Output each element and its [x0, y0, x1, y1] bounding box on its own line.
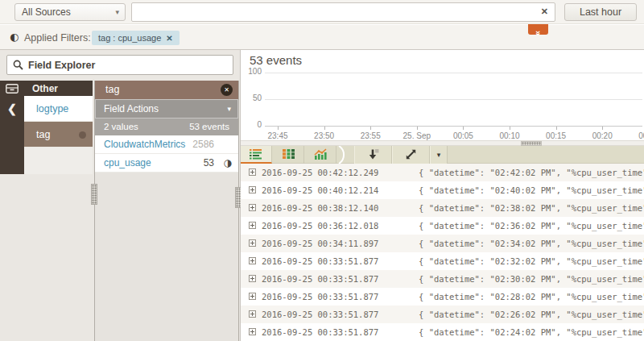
source-selector-dropdown[interactable]: All Sources ▾ [14, 3, 126, 21]
event-timestamp: 2016-09-25 00:33:51.877 [262, 274, 378, 284]
x-tick-mark [463, 127, 464, 130]
table-row[interactable]: 2016-09-25 00:33:51.877{ "datetime": "02… [241, 270, 644, 288]
app-window: All Sources ▾ ✕ Last hour » ◐ Applied Fi… [0, 0, 644, 341]
expand-row-icon[interactable] [249, 222, 256, 229]
event-timestamp: 2016-09-25 00:33:51.877 [262, 310, 378, 319]
expand-row-icon[interactable] [249, 275, 256, 282]
sidebar-item-label: tag [36, 129, 50, 140]
filter-chip[interactable]: tag : cpu_usage✕ [92, 31, 180, 45]
x-tick-mark [556, 127, 557, 130]
event-timestamp: 2016-09-25 00:36:12.018 [262, 221, 378, 231]
event-timestamp: 2016-09-25 00:38:12.140 [262, 203, 378, 213]
x-tick-label: 25. Sep [403, 131, 431, 140]
x-tick-mark [602, 127, 603, 130]
field-values-panel: tag ✕ Field Actions ▾ 2 values 53 events… [94, 81, 239, 341]
table-row[interactable]: 2016-09-25 00:40:12.214{ "datetime": "02… [241, 181, 644, 199]
more-options-button[interactable]: ▾ [430, 146, 448, 164]
chevron-down-icon: ▾ [227, 99, 231, 119]
chart-list-divider [241, 140, 644, 146]
sidebar-rail: ❮ [0, 96, 24, 174]
expand-row-icon[interactable] [249, 168, 256, 176]
x-tick-label: 00:20 [592, 131, 613, 140]
field-explorer-search [6, 55, 233, 75]
clear-search-icon[interactable]: ✕ [541, 6, 548, 17]
event-message: { "datetime": "02:42:02 PM", "%cpu_user_… [419, 168, 644, 177]
filters-toggle-icon[interactable]: ◐ [10, 31, 19, 43]
list-view-icon [250, 148, 262, 160]
table-row[interactable]: 2016-09-25 00:33:51.877{ "datetime": "02… [241, 323, 644, 341]
event-message: { "datetime": "02:34:02 PM", "%cpu_user_… [419, 239, 644, 248]
x-tick-label: 00:05 [453, 131, 473, 140]
expand-row-icon[interactable] [249, 186, 256, 193]
event-message: { "datetime": "02:40:02 PM", "%cpu_user_… [419, 185, 644, 195]
x-tick-label: 00:10 [499, 131, 519, 140]
expand-row-icon[interactable] [249, 310, 256, 318]
events-title: 53 events [250, 53, 302, 67]
value-list: CloudwatchMetrics2586cpu_usage53◑ [95, 135, 238, 173]
event-message: { "datetime": "02:32:02 PM", "%cpu_user_… [419, 256, 644, 266]
chevron-down-icon: ▾ [115, 4, 119, 20]
values-count: 2 values [104, 122, 138, 131]
remove-filter-icon[interactable]: ✕ [166, 34, 172, 43]
expand-row-icon[interactable] [249, 257, 256, 264]
field-group-label: Other [32, 83, 58, 94]
event-message: { "datetime": "02:24:02 PM", "%cpu_user_… [419, 327, 644, 337]
value-name-link[interactable]: cpu_usage [104, 157, 151, 168]
y-tick-label: 100 [241, 67, 262, 76]
tab-list-view[interactable] [241, 146, 272, 164]
field-panel-header: tag ✕ [95, 81, 238, 99]
gridline-100 [265, 73, 642, 73]
grid-view-icon [283, 148, 295, 160]
panel-resize-handle-left[interactable] [91, 184, 97, 205]
field-panel-title: tag [105, 84, 119, 95]
expand-row-icon[interactable] [249, 204, 256, 211]
tab-chart-view[interactable] [305, 146, 336, 164]
x-tick-mark [278, 127, 279, 130]
field-list: logtypetag [24, 96, 93, 148]
tab-grid-view[interactable] [273, 146, 304, 164]
download-icon [367, 148, 380, 160]
y-tick-label: 0 [241, 120, 262, 129]
table-row[interactable]: 2016-09-25 00:33:51.877{ "datetime": "02… [241, 252, 644, 270]
x-tick-mark [324, 127, 325, 130]
sidebar-item-logtype[interactable]: logtype [24, 96, 93, 122]
search-icon [13, 60, 23, 70]
expand-search-button[interactable]: » [528, 24, 548, 35]
download-button[interactable] [354, 146, 392, 164]
watch-toggle-icon[interactable]: ◑ [224, 154, 232, 173]
expand-row-icon[interactable] [249, 293, 256, 300]
event-message: { "datetime": "02:30:02 PM", "%cpu_user_… [419, 274, 644, 284]
table-row[interactable]: 2016-09-25 00:33:51.877{ "datetime": "02… [241, 288, 644, 306]
table-row[interactable]: 2016-09-25 00:34:11.897{ "datetime": "02… [241, 235, 644, 252]
time-range-button[interactable]: Last hour [564, 3, 637, 21]
collapse-sidebar-icon[interactable]: ❮ [7, 102, 17, 115]
gridline-50 [265, 99, 642, 100]
table-row[interactable]: 2016-09-25 00:36:12.018{ "datetime": "02… [241, 217, 644, 235]
applied-filters-label: Applied Filters: [24, 32, 91, 44]
event-timestamp: 2016-09-25 00:34:11.897 [262, 239, 378, 248]
chevron-down-icon: ▾ [437, 151, 441, 159]
expand-row-icon[interactable] [249, 328, 256, 335]
field-group-header[interactable]: Other [0, 81, 93, 96]
events-count: 53 events [189, 119, 229, 135]
value-count: 53 [204, 154, 214, 173]
search-input[interactable] [137, 4, 531, 20]
drawer-icon [6, 84, 19, 94]
table-row[interactable]: 2016-09-25 00:38:12.140{ "datetime": "02… [241, 199, 644, 217]
value-row-cpu_usage: cpu_usage53◑ [95, 154, 238, 173]
table-row[interactable]: 2016-09-25 00:42:12.249{ "datetime": "02… [241, 164, 644, 181]
event-list: 2016-09-25 00:42:12.249{ "datetime": "02… [241, 164, 644, 341]
sidebar-item-tag[interactable]: tag [24, 122, 93, 148]
paren-divider-icon [336, 146, 350, 164]
chart-view-icon [314, 148, 327, 160]
x-tick-mark [510, 127, 510, 130]
table-row[interactable]: 2016-09-25 00:33:51.877{ "datetime": "02… [241, 306, 644, 323]
value-name-link[interactable]: CloudwatchMetrics [104, 139, 185, 150]
toolbar-separator [336, 146, 350, 164]
field-explorer-input[interactable] [28, 57, 228, 73]
expand-view-button[interactable] [392, 146, 430, 164]
expand-row-icon[interactable] [249, 239, 256, 247]
x-tick-label: 23:55 [361, 131, 381, 140]
close-panel-icon[interactable]: ✕ [221, 84, 233, 96]
field-actions-dropdown[interactable]: Field Actions ▾ [95, 99, 238, 119]
